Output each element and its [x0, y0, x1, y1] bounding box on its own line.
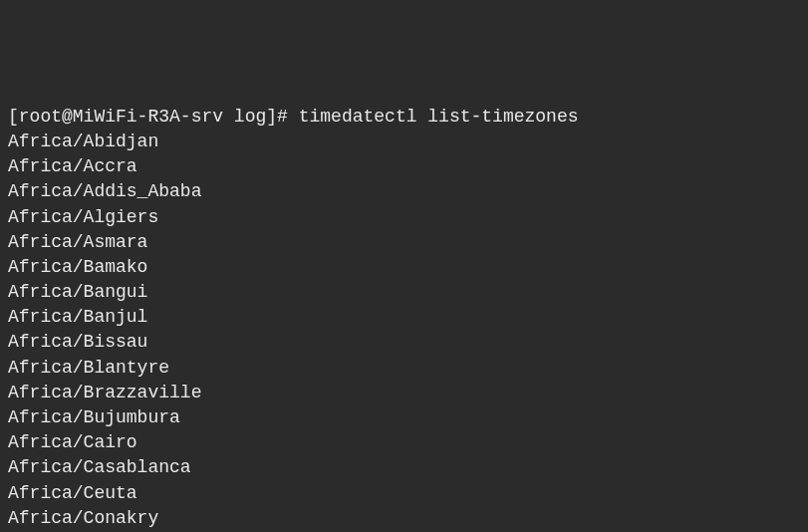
list-item: Africa/Conakry — [8, 506, 800, 531]
list-item: Africa/Algiers — [8, 205, 800, 230]
list-item: Africa/Addis_Ababa — [8, 179, 800, 204]
list-item: Africa/Cairo — [8, 430, 800, 455]
list-item: Africa/Brazzaville — [8, 381, 800, 405]
list-item: Africa/Bamako — [8, 255, 800, 280]
list-item: Africa/Abidjan — [8, 130, 800, 154]
list-item: Africa/Bujumbura — [8, 405, 800, 430]
list-item: Africa/Casablanca — [8, 455, 800, 480]
shell-prompt: [root@MiWiFi-R3A-srv log]# timedatectl l… — [8, 107, 579, 127]
terminal-window[interactable]: [root@MiWiFi-R3A-srv log]# timedatectl l… — [8, 105, 800, 532]
list-item: Africa/Bissau — [8, 330, 800, 355]
list-item: Africa/Ceuta — [8, 481, 800, 506]
command-text: timedatectl list-timezones — [299, 107, 579, 127]
prompt-text: [root@MiWiFi-R3A-srv log]# — [8, 107, 288, 127]
list-item: Africa/Blantyre — [8, 356, 800, 381]
list-item: Africa/Bangui — [8, 280, 800, 305]
list-item: Africa/Accra — [8, 154, 800, 179]
list-item: Africa/Asmara — [8, 230, 800, 255]
list-item: Africa/Banjul — [8, 305, 800, 330]
